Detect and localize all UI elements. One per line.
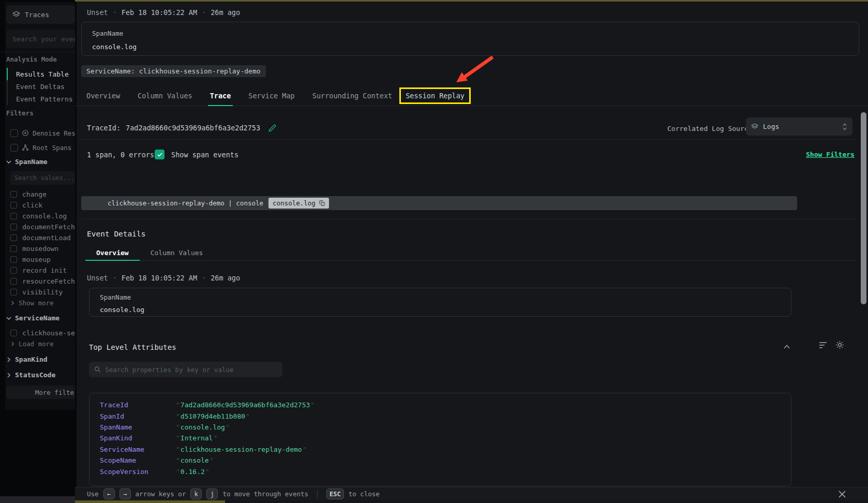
sidebar-bottom-strip	[0, 496, 75, 503]
attribute-key[interactable]: ScopeVersion	[100, 468, 175, 476]
close-icon[interactable]	[838, 490, 846, 498]
filter-option-change[interactable]: change	[10, 189, 47, 199]
option-checkbox[interactable]	[10, 256, 17, 263]
properties-search	[89, 362, 282, 377]
root-spans-toggle[interactable]: Root Spans Onl	[10, 142, 75, 153]
attribute-key[interactable]: ScopeName	[100, 456, 175, 464]
mode-results-table[interactable]: Results Table	[7, 68, 75, 80]
attribute-row: SpanIdd51079d4eb11b080	[100, 410, 791, 421]
option-checkbox[interactable]	[10, 278, 17, 285]
tab-surrounding-context[interactable]: Surrounding Context	[312, 85, 392, 106]
service-name-badge[interactable]: ServiceName: clickhouse-session-replay-d…	[81, 65, 266, 77]
show-span-events-label[interactable]: Show span events	[171, 151, 238, 159]
sidebar: Traces Analysis Mode Results Table Event…	[0, 0, 75, 503]
filter-option-mouseup[interactable]: mouseup	[10, 254, 51, 264]
option-checkbox[interactable]	[10, 224, 17, 230]
chevron-up-icon[interactable]	[784, 345, 790, 349]
properties-search-input[interactable]	[105, 366, 277, 374]
filter-option-documentload[interactable]: documentLoad	[10, 232, 71, 243]
denoise-results-toggle[interactable]: Denoise Resul	[10, 128, 75, 138]
attribute-value[interactable]: clickhouse-session-replay-demo	[175, 446, 307, 453]
option-checkbox[interactable]	[10, 245, 17, 252]
top-level-attributes-table: TraceId7ad2ad8660c9d53969a6bf6a3e2d2753 …	[89, 393, 791, 486]
filter-group-spanname[interactable]: SpanName	[6, 158, 48, 166]
filter-lines-icon[interactable]	[819, 342, 827, 349]
attribute-key[interactable]: TraceId	[100, 401, 175, 409]
attribute-key[interactable]: ServiceName	[100, 446, 175, 453]
denoise-checkbox[interactable]	[10, 129, 18, 137]
option-checkbox[interactable]	[10, 202, 17, 209]
attribute-value[interactable]: Internal	[175, 434, 218, 442]
attribute-value[interactable]: 0.16.2	[175, 468, 210, 476]
waterfall-span-badge: console.log	[268, 198, 329, 209]
attribute-value[interactable]: 7ad2ad8660c9d53969a6bf6a3e2d2753	[175, 401, 315, 409]
show-more-link[interactable]: Show more	[10, 299, 54, 307]
mode-event-patterns[interactable]: Event Patterns	[7, 93, 75, 105]
filter-option-mousedown[interactable]: mousedown	[10, 243, 58, 254]
option-checkbox[interactable]	[10, 330, 17, 336]
log-source-select[interactable]: Logs	[746, 117, 852, 136]
option-checkbox[interactable]	[10, 267, 17, 274]
show-span-events-checkbox[interactable]	[155, 150, 164, 159]
filter-option-record-init[interactable]: record init	[10, 265, 67, 275]
attribute-value[interactable]: d51079d4eb11b080	[175, 412, 250, 420]
spanname-value-search	[10, 171, 75, 185]
tab-trace[interactable]: Trace	[210, 85, 231, 106]
filter-group-statuscode[interactable]: StatusCode	[6, 371, 55, 379]
hierarchy-icon	[22, 144, 29, 151]
analysis-mode-heading: Analysis Mode	[6, 55, 57, 63]
attribute-value[interactable]: console	[175, 456, 214, 464]
tab-service-map[interactable]: Service Map	[248, 85, 294, 106]
background-page-bottom-edge	[75, 500, 225, 503]
filter-option-visibility[interactable]: visibility	[10, 287, 63, 297]
denoise-label: Denoise Resul	[33, 129, 75, 137]
tab-session-replay[interactable]: Session Replay	[406, 92, 465, 100]
option-checkbox[interactable]	[10, 234, 17, 241]
edit-pencil-icon[interactable]	[268, 124, 276, 132]
trace-id-row: TraceId: 7ad2ad8660c9d53969a6bf6a3e2d275…	[87, 124, 276, 132]
meta-separator: ·	[202, 8, 206, 17]
mode-event-deltas[interactable]: Event Deltas	[7, 80, 75, 93]
show-more-label: Show more	[19, 299, 54, 307]
more-filters-button[interactable]: More filte	[6, 386, 75, 399]
filter-option-resourcefetch[interactable]: resourceFetch	[10, 276, 75, 286]
attribute-key[interactable]: SpanKind	[100, 434, 175, 442]
load-more-label: Load more	[19, 340, 54, 348]
attribute-key[interactable]: SpanId	[100, 412, 175, 420]
chevron-right-icon	[6, 357, 11, 362]
event-details-tab-column-values[interactable]: Column Values	[140, 245, 214, 260]
attribute-value[interactable]: console.log	[175, 423, 230, 431]
gear-icon[interactable]	[835, 341, 844, 349]
load-more-link[interactable]: Load more	[10, 340, 54, 348]
attribute-row: SpanKindInternal	[100, 433, 791, 443]
event-details-tab-overview[interactable]: Overview	[85, 245, 140, 260]
drawer-scrollbar-thumb[interactable]	[861, 112, 866, 304]
attribute-key[interactable]: SpanName	[100, 423, 175, 431]
option-checkbox[interactable]	[10, 289, 17, 295]
event-meta-details: Unset·Feb 18 10:05:22 AM·26m ago	[87, 274, 240, 282]
chevron-right-icon	[10, 301, 15, 305]
sidebar-search-input[interactable]	[12, 35, 75, 43]
source-selector-traces[interactable]: Traces	[6, 5, 75, 24]
filter-group-servicename[interactable]: ServiceName	[6, 314, 59, 322]
root-spans-label: Root Spans Onl	[33, 144, 75, 152]
attribute-row: ScopeVersion0.16.2	[100, 466, 791, 477]
show-filters-link[interactable]: Show Filters	[806, 151, 855, 158]
tab-column-values[interactable]: Column Values	[138, 85, 192, 106]
arrow-left-key: ←	[103, 489, 115, 499]
option-checkbox[interactable]	[10, 191, 17, 198]
spanname-value-search-input[interactable]	[14, 174, 75, 182]
filter-group-spankind[interactable]: SpanKind	[6, 356, 48, 363]
trace-waterfall-bar[interactable]: clickhouse-session-replay-demo | console…	[81, 196, 797, 210]
filter-option-documentfetch[interactable]: documentFetch	[10, 221, 75, 232]
filter-option-console-log[interactable]: console.log	[10, 211, 67, 221]
option-checkbox[interactable]	[10, 213, 17, 219]
span-name-card: SpanName console.log	[81, 22, 859, 56]
filter-option-click[interactable]: click	[10, 200, 42, 210]
j-key: j	[206, 489, 218, 499]
filter-option-clickhouse-service[interactable]: clickhouse-sessi	[10, 328, 75, 338]
root-spans-checkbox[interactable]	[10, 144, 18, 152]
footer-divider	[317, 490, 318, 498]
tab-overview[interactable]: Overview	[86, 85, 120, 106]
k-key: k	[190, 489, 202, 499]
